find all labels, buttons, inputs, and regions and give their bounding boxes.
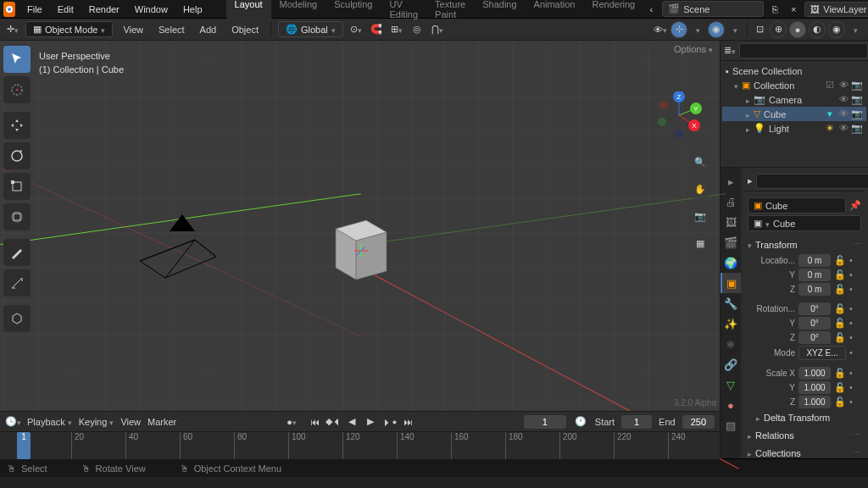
play-icon[interactable]: ▶ bbox=[362, 414, 379, 430]
tool-measure[interactable] bbox=[3, 269, 31, 297]
eye-icon[interactable]: 👁 bbox=[837, 80, 849, 91]
pivot-icon[interactable]: ⊙ bbox=[348, 22, 364, 37]
current-frame[interactable]: 1 bbox=[524, 415, 566, 429]
select-icon[interactable]: ▾ bbox=[824, 108, 836, 119]
blender-logo-icon[interactable] bbox=[3, 2, 15, 17]
rotation-mode[interactable]: XYZ E... bbox=[798, 346, 846, 360]
object-name-field[interactable]: ▣ Cube bbox=[748, 197, 846, 214]
menu-render[interactable]: Render bbox=[82, 2, 126, 17]
menu-help[interactable]: Help bbox=[176, 2, 209, 17]
lock-icon[interactable]: 🔓 bbox=[834, 382, 846, 394]
lock-icon[interactable]: 🔓 bbox=[834, 284, 846, 296]
loc-x[interactable]: 0 m bbox=[798, 254, 831, 267]
tab-layout[interactable]: Layout bbox=[226, 0, 271, 22]
render-icon[interactable]: 📷 bbox=[851, 80, 863, 91]
outliner-item-camera[interactable]: 📷 Camera 👁📷 bbox=[722, 92, 866, 107]
tool-annotate[interactable] bbox=[3, 239, 31, 266]
ptab-constraints[interactable]: 🔗 bbox=[721, 354, 741, 374]
visibility-icon[interactable]: 👁 bbox=[653, 22, 668, 37]
shade-menu-icon[interactable] bbox=[848, 22, 863, 37]
start-frame[interactable]: 1 bbox=[621, 415, 652, 429]
outliner-scene-collection[interactable]: ▪ Scene Collection bbox=[722, 64, 866, 78]
keyframe-prev-icon[interactable]: ◆⏴ bbox=[325, 414, 342, 430]
shade-solid-icon[interactable]: ● bbox=[789, 21, 806, 38]
render-icon[interactable]: 📷 bbox=[851, 108, 863, 119]
checkbox-icon[interactable]: ☑ bbox=[824, 80, 836, 91]
tl-keying[interactable]: Keying bbox=[79, 417, 114, 427]
tab-animation[interactable]: Animation bbox=[526, 0, 584, 22]
options-dropdown[interactable]: Options bbox=[667, 41, 720, 58]
ptab-world[interactable]: 🌍 bbox=[721, 252, 741, 273]
rot-z[interactable]: 0° bbox=[798, 331, 831, 344]
end-frame[interactable]: 250 bbox=[682, 415, 715, 429]
overlay-menu-icon[interactable] bbox=[727, 22, 743, 37]
transform-header[interactable]: Transform⋯ bbox=[744, 236, 865, 253]
tool-scale[interactable] bbox=[3, 173, 31, 200]
keyframe-next-icon[interactable]: ⏵◆ bbox=[381, 414, 398, 430]
eye-icon[interactable]: 👁 bbox=[837, 94, 849, 105]
hdr-object[interactable]: Object bbox=[226, 22, 264, 37]
scene-selector[interactable]: 🎬 Scene bbox=[662, 1, 764, 17]
camera-object[interactable] bbox=[136, 206, 229, 282]
tab-uv[interactable]: UV Editing bbox=[381, 0, 426, 22]
scale-y[interactable]: 1.000 bbox=[798, 381, 831, 394]
snap-mode-icon[interactable]: ⊞ bbox=[389, 22, 404, 37]
ptab-texture[interactable]: ▨ bbox=[721, 415, 741, 435]
3d-viewport[interactable]: Options User Perspective (1) Collection … bbox=[0, 41, 720, 458]
delete-scene-icon[interactable]: × bbox=[786, 2, 801, 17]
tool-transform[interactable] bbox=[3, 203, 31, 230]
tool-cursor[interactable] bbox=[3, 76, 31, 103]
lock-icon[interactable]: 🔓 bbox=[834, 368, 846, 380]
outliner-search[interactable] bbox=[739, 43, 868, 58]
gizmo-menu-icon[interactable] bbox=[690, 22, 705, 37]
tab-sculpting[interactable]: Sculpting bbox=[326, 0, 381, 22]
tab-rendering[interactable]: Rendering bbox=[583, 0, 643, 22]
expand-icon[interactable] bbox=[746, 124, 750, 134]
tool-select[interactable] bbox=[3, 46, 31, 73]
props-search[interactable] bbox=[756, 174, 868, 189]
delta-transform-header[interactable]: Delta Transform bbox=[744, 409, 865, 426]
lock-icon[interactable]: 🔓 bbox=[834, 396, 846, 408]
ptab-material[interactable]: ● bbox=[721, 395, 741, 415]
lock-icon[interactable]: 🔓 bbox=[834, 269, 846, 281]
props-type-icon[interactable]: ▸ bbox=[748, 174, 753, 189]
tab-texpaint[interactable]: Texture Paint bbox=[426, 0, 474, 22]
zoom-icon[interactable]: 🔍 bbox=[689, 151, 711, 173]
shade-wire-icon[interactable]: ⊕ bbox=[770, 21, 787, 38]
new-scene-icon[interactable]: ⎘ bbox=[767, 2, 782, 17]
hdr-select[interactable]: Select bbox=[153, 22, 190, 37]
jump-start-icon[interactable]: ⏮ bbox=[306, 414, 323, 430]
xray-icon[interactable]: ⊡ bbox=[752, 22, 767, 37]
lock-icon[interactable]: 🔓 bbox=[834, 318, 846, 330]
mode-selector[interactable]: ▦ Object Mode bbox=[25, 21, 113, 37]
overlay-toggle[interactable]: ◉ bbox=[708, 21, 725, 38]
rot-y[interactable]: 0° bbox=[798, 317, 831, 330]
playhead[interactable]: 1 bbox=[17, 432, 31, 459]
menu-window[interactable]: Window bbox=[128, 2, 175, 17]
play-reverse-icon[interactable]: ◀ bbox=[343, 414, 360, 430]
ptab-object[interactable]: ▣ bbox=[721, 273, 741, 293]
expand-icon[interactable] bbox=[734, 80, 738, 91]
render-icon[interactable]: 📷 bbox=[851, 94, 863, 105]
lock-icon[interactable]: 🔓 bbox=[834, 255, 846, 267]
tab-modeling[interactable]: Modeling bbox=[271, 0, 326, 22]
ptab-render[interactable]: ▸ bbox=[721, 171, 741, 191]
rot-x[interactable]: 0° bbox=[798, 302, 831, 315]
light-data-icon[interactable]: ☀ bbox=[824, 123, 836, 134]
pan-icon[interactable]: ✋ bbox=[689, 178, 711, 200]
pin-icon[interactable]: 📌 bbox=[849, 200, 861, 212]
outliner-type-icon[interactable]: ≣ bbox=[724, 43, 736, 58]
falloff-icon[interactable]: ⋂ bbox=[430, 22, 445, 37]
menu-edit[interactable]: Edit bbox=[51, 2, 81, 17]
snap-icon[interactable]: 🧲 bbox=[369, 22, 384, 37]
camera-view-icon[interactable]: 📷 bbox=[689, 205, 711, 227]
tl-marker[interactable]: Marker bbox=[147, 417, 176, 427]
timeline-editor-icon[interactable]: 🕓 bbox=[5, 414, 20, 430]
lock-icon[interactable]: 🔓 bbox=[834, 303, 846, 315]
perspective-toggle-icon[interactable]: ▦ bbox=[689, 232, 711, 254]
relations-header[interactable]: Relations⋯ bbox=[744, 426, 865, 444]
tool-rotate[interactable] bbox=[3, 142, 31, 169]
data-name-field[interactable]: ▣ Cube bbox=[748, 215, 861, 231]
tl-playback[interactable]: Playback bbox=[27, 417, 72, 427]
back-icon[interactable]: ‹ bbox=[643, 2, 659, 17]
